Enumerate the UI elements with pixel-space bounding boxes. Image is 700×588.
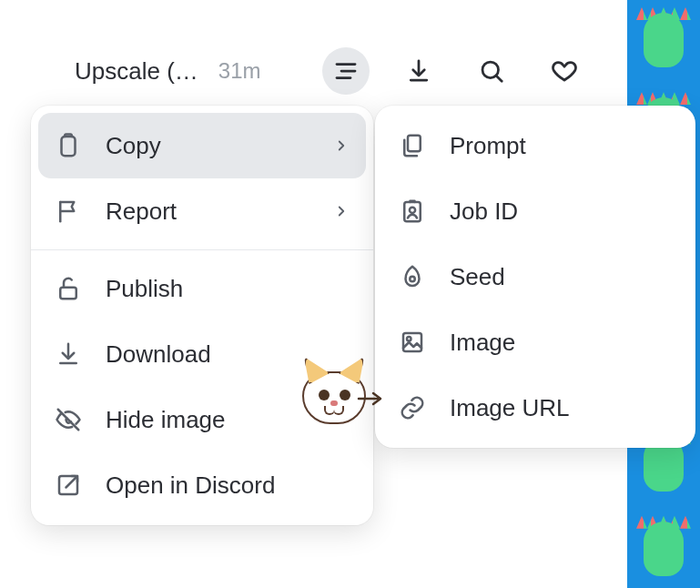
svg-point-13: [407, 337, 411, 341]
submenu-item-label: Image URL: [450, 394, 672, 422]
external-link-icon: [55, 471, 82, 499]
download-button[interactable]: [395, 47, 442, 95]
svg-rect-6: [60, 288, 76, 299]
menu-item-label: Open in Discord: [106, 471, 350, 500]
heart-icon: [551, 57, 578, 85]
svg-point-10: [410, 208, 415, 213]
job-title: Upscale (…: [75, 57, 198, 86]
menu-item-report[interactable]: Report: [38, 178, 366, 244]
submenu-item-label: Seed: [450, 263, 672, 291]
svg-rect-12: [403, 333, 421, 351]
svg-rect-5: [62, 137, 76, 156]
chevron-right-icon: [333, 137, 350, 154]
submenu-item-image-url[interactable]: Image URL: [382, 375, 688, 441]
copy-submenu: Prompt Job ID Seed Image Image URL: [375, 106, 695, 448]
menu-item-publish[interactable]: Publish: [38, 256, 366, 321]
download-icon: [405, 57, 432, 85]
job-age: 31m: [218, 58, 261, 84]
thumbnail[interactable]: [627, 0, 700, 79]
unlock-icon: [55, 275, 82, 302]
svg-rect-8: [408, 136, 421, 152]
submenu-item-label: Image: [450, 329, 672, 357]
image-icon: [399, 329, 426, 356]
download-icon: [55, 340, 82, 368]
search-icon: [478, 57, 505, 85]
menu-item-open-in-discord[interactable]: Open in Discord: [38, 452, 366, 518]
favorite-button[interactable]: [541, 47, 588, 95]
svg-line-4: [496, 76, 502, 81]
custom-cursor: [302, 371, 375, 444]
submenu-item-image[interactable]: Image: [382, 309, 688, 375]
thumbnail[interactable]: [627, 509, 700, 588]
menu-item-label: Publish: [106, 275, 350, 303]
submenu-item-seed[interactable]: Seed: [382, 244, 688, 309]
more-lines-icon: [332, 57, 360, 85]
clipboard-icon: [55, 132, 82, 159]
submenu-item-job-id[interactable]: Job ID: [382, 178, 688, 244]
cursor-arrow-icon: [357, 391, 382, 406]
flag-icon: [55, 198, 82, 225]
search-button[interactable]: [468, 47, 515, 95]
link-icon: [399, 394, 426, 421]
id-badge-icon: [399, 198, 426, 225]
seed-icon: [399, 263, 426, 290]
svg-point-11: [410, 277, 415, 282]
chevron-right-icon: [333, 203, 350, 219]
eye-off-icon: [55, 406, 82, 433]
submenu-item-label: Job ID: [450, 198, 672, 226]
more-menu-button[interactable]: [322, 47, 370, 95]
menu-item-label: Copy: [106, 132, 309, 160]
submenu-item-label: Prompt: [450, 132, 672, 160]
menu-item-copy[interactable]: Copy: [38, 113, 366, 178]
submenu-item-prompt[interactable]: Prompt: [382, 113, 688, 178]
menu-item-label: Report: [106, 198, 309, 226]
context-menu: Copy Report Publish Download Hide image …: [31, 106, 373, 525]
toolbar: Upscale (… 31m: [24, 44, 621, 98]
copy-doc-icon: [399, 132, 426, 159]
menu-divider: [31, 249, 373, 250]
